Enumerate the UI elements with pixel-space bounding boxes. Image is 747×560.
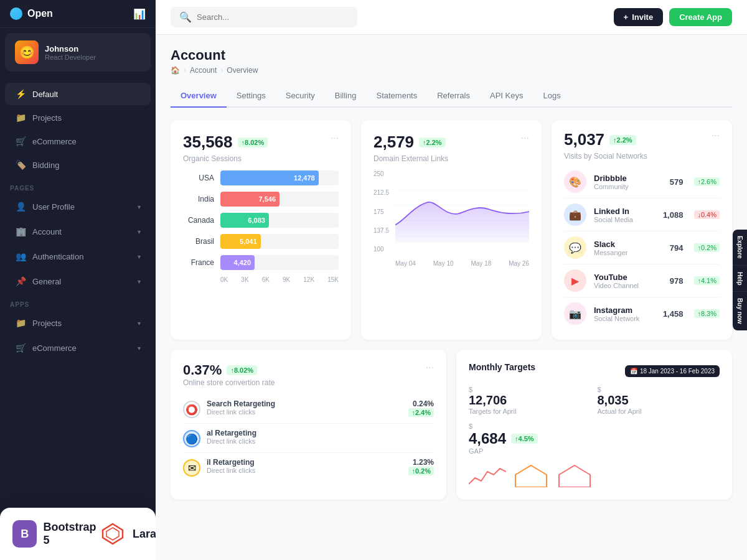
svg-marker-0 (103, 524, 123, 544)
pages-label: PAGES (0, 177, 156, 194)
user-name: Johnson (45, 44, 96, 54)
sidebar-header: Open 📊 (0, 0, 156, 28)
chevron-down-icon: ▾ (138, 203, 141, 210)
nav-item-bidding[interactable]: 🏷️ Bidding (5, 154, 151, 176)
nav-label-auth: Authentication (32, 252, 83, 261)
apps-label: APPS (0, 294, 156, 310)
linkedin-icon: 💼 (564, 203, 586, 226)
social-value: 5,037 (564, 130, 604, 149)
chevron-down-icon5: ▾ (138, 320, 141, 327)
topbar: 🔍 + Invite Create App (156, 0, 747, 35)
general-icon: 📌 (15, 276, 26, 287)
nav-label-projects: Projects (32, 113, 62, 123)
nav-label-general: General (32, 277, 61, 286)
bar-row-usa: USA 12,478 (183, 170, 339, 185)
more-icon[interactable]: ··· (331, 133, 339, 144)
monthly-title: Monthly Targets (469, 362, 535, 372)
line-chart-svg (395, 168, 529, 255)
bottom-row: 0.37% ↑8.02% Online store convertion rat… (171, 350, 732, 500)
nav-label-ecommerce: eCommerce (32, 137, 77, 146)
chevron-down-icon6: ▾ (138, 345, 141, 352)
chart-icon[interactable]: 📊 (133, 8, 146, 20)
gap-section: $ 4,684 ↑4.5% GAP (469, 422, 720, 455)
stat-organic: 35,568 ↑8.02% Organic Sessions ··· USA 1… (171, 120, 351, 340)
mini-chart-2 (512, 462, 550, 487)
nav-item-ecommerce[interactable]: 🛒 eCommerce (5, 130, 151, 152)
stat-domain: 2,579 ↑2.2% Domain External Links ··· 25… (361, 120, 542, 340)
chevron-down-icon4: ▾ (138, 278, 141, 285)
sidebar-item-authentication[interactable]: 👥 Authentication ▾ (5, 245, 151, 268)
tab-statements[interactable]: Statements (366, 85, 427, 108)
breadcrumb-account: Account (190, 66, 217, 75)
domain-label: Domain External Links (374, 154, 448, 163)
bidding-icon: 🏷️ (15, 159, 26, 170)
tab-logs[interactable]: Logs (533, 85, 570, 108)
nav-label-ecommerce-app: eCommerce (32, 343, 77, 353)
svg-marker-6 (515, 465, 547, 487)
home-icon: 🏠 (171, 66, 180, 75)
monthly-grid: $ 12,706 Targets for April $ 8,035 Actua… (469, 386, 720, 415)
tab-overview[interactable]: Overview (171, 85, 227, 108)
stat-social: 5,037 ↑2.2% Visits by Social Networks ··… (552, 120, 732, 340)
organic-value: 35,568 (183, 133, 233, 152)
more-icon4[interactable]: ··· (426, 362, 434, 394)
mini-chart-1 (469, 462, 506, 487)
ecommerce-icon: 🛒 (15, 136, 26, 147)
tabs: Overview Settings Security Billing State… (171, 85, 732, 108)
search-input[interactable] (197, 12, 349, 22)
help-button[interactable]: Help (733, 266, 747, 292)
projects-icon: 📁 (15, 112, 26, 123)
organic-badge: ↑8.02% (238, 138, 268, 147)
nav-label-bidding: Bidding (32, 161, 59, 170)
nav-label-default: Default (32, 90, 58, 99)
line-chart-area: 250 212.5 175 137.5 100 (374, 168, 529, 267)
svg-marker-1 (106, 528, 119, 540)
tab-security[interactable]: Security (276, 85, 325, 108)
explore-button[interactable]: Explore (733, 230, 747, 266)
domain-value: 2,579 (374, 133, 414, 152)
instagram-icon: 📷 (564, 302, 586, 325)
social-row-instagram: 📷 Instagram Social Network 1,458 ↑8.3% (564, 297, 720, 330)
nav-item-projects[interactable]: 📁 Projects (5, 106, 151, 129)
page-header: Account 🏠 › Account › Overview (171, 47, 732, 75)
bottom-charts (469, 462, 720, 487)
social-row-slack: 💬 Slack Messanger 794 ↑0.2% (564, 231, 720, 264)
tab-settings[interactable]: Settings (227, 85, 276, 108)
tab-referrals[interactable]: Referrals (427, 85, 480, 108)
invite-button[interactable]: + Invite (614, 8, 664, 26)
create-app-button[interactable]: Create App (669, 8, 732, 26)
bar-row-france: France 4,420 (183, 255, 339, 270)
mini-chart-3 (556, 462, 593, 487)
buy-now-button[interactable]: Buy now (733, 292, 747, 330)
sidebar-item-projects-app[interactable]: 📁 Projects ▾ (5, 312, 151, 334)
conversion-card: 0.37% ↑8.02% Online store convertion rat… (171, 350, 446, 500)
user-role: React Developer (45, 54, 96, 61)
breadcrumb: 🏠 › Account › Overview (171, 66, 732, 75)
nav-label-projects-app: Projects (32, 319, 62, 328)
more-icon2[interactable]: ··· (521, 133, 529, 144)
user-card[interactable]: 😊 Johnson React Developer (5, 33, 151, 72)
bar-row-canada: Canada 6,083 (183, 213, 339, 228)
sidebar-item-ecommerce-app[interactable]: 🛒 eCommerce ▾ (5, 337, 151, 359)
more-icon3[interactable]: ··· (712, 130, 720, 141)
nav-item-default[interactable]: ⚡ Default (5, 83, 151, 105)
tab-api-keys[interactable]: API Keys (480, 85, 533, 108)
conv-value: 0.37% (183, 362, 222, 378)
sidebar-item-account[interactable]: 🏢 Account ▾ (5, 220, 151, 243)
ecommerce-app-icon: 🛒 (15, 342, 26, 353)
sidebar-item-general[interactable]: 📌 General ▾ (5, 270, 151, 292)
retarget-icon-3: ✉ (183, 459, 200, 477)
retarget-icon-1: ⭕ (183, 401, 200, 418)
sidebar-item-user-profile[interactable]: 👤 User Profile ▾ (5, 195, 151, 218)
nav-label-user-profile: User Profile (32, 202, 75, 212)
tab-billing[interactable]: Billing (325, 85, 367, 108)
default-icon: ⚡ (15, 88, 26, 100)
retarget-row-1: ⭕ Search Retargeting Direct link clicks … (183, 394, 434, 424)
bootstrap-label: Bootstrap 5 (43, 521, 99, 547)
youtube-icon: ▶ (564, 269, 586, 292)
monthly-targets: $ 12,706 Targets for April (469, 386, 591, 415)
social-row-dribbble: 🎨 Dribbble Community 579 ↑2.6% (564, 166, 720, 198)
search-box[interactable]: 🔍 (171, 7, 357, 27)
page-title: Account (171, 47, 732, 63)
svg-marker-7 (559, 465, 590, 487)
